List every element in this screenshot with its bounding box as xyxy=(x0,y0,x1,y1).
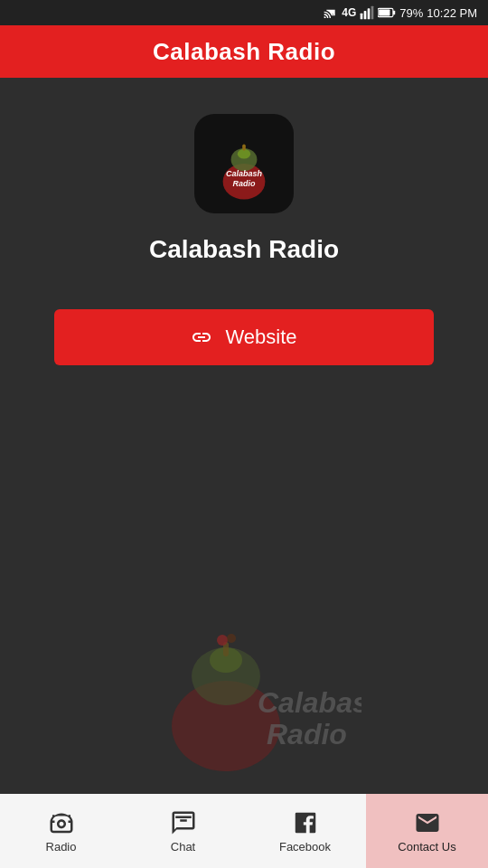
nav-contact-us-label: Contact Us xyxy=(398,840,455,854)
app-icon: Calabash Radio xyxy=(194,114,294,213)
website-button-label: Website xyxy=(225,326,296,349)
battery-percent: 79% xyxy=(399,6,423,20)
nav-chat-label: Chat xyxy=(171,840,195,854)
watermark-logo: Calabash Radio xyxy=(127,595,361,776)
link-icon xyxy=(191,326,212,348)
website-button[interactable]: Website xyxy=(54,309,434,365)
nav-item-facebook[interactable]: Facebook xyxy=(244,794,366,868)
svg-rect-5 xyxy=(379,10,389,16)
svg-rect-3 xyxy=(371,6,374,20)
nav-radio-label: Radio xyxy=(46,840,77,854)
nav-item-radio[interactable]: Radio xyxy=(0,794,122,868)
svg-text:Radio: Radio xyxy=(267,718,347,750)
svg-rect-2 xyxy=(368,8,371,19)
status-icons: 4G 79% 10:22 PM xyxy=(324,5,477,20)
radio-icon xyxy=(48,809,75,836)
facebook-icon xyxy=(292,809,319,836)
svg-point-18 xyxy=(227,634,236,643)
main-content: Calabash Radio Calabash Radio Website Ca… xyxy=(0,78,488,794)
svg-text:Calabash: Calabash xyxy=(226,169,263,178)
app-name-label: Calabash Radio xyxy=(149,235,339,264)
svg-rect-6 xyxy=(393,11,395,15)
nav-item-chat[interactable]: Chat xyxy=(122,794,244,868)
bottom-navigation: Radio Chat Facebook Contact Us xyxy=(0,794,488,868)
network-signal: 4G xyxy=(342,6,356,19)
nav-item-contact-us[interactable]: Contact Us xyxy=(366,794,488,868)
app-icon-svg: Calabash Radio xyxy=(203,123,285,204)
svg-rect-1 xyxy=(364,11,367,19)
time-display: 10:22 PM xyxy=(427,6,477,20)
svg-rect-0 xyxy=(361,14,363,20)
nav-facebook-label: Facebook xyxy=(279,840,331,854)
mail-icon xyxy=(414,809,441,836)
header-title: Calabash Radio xyxy=(153,38,335,66)
status-bar: 4G 79% 10:22 PM xyxy=(0,0,488,25)
signal-bars-icon xyxy=(360,5,374,20)
svg-point-17 xyxy=(217,635,228,646)
battery-icon xyxy=(378,6,396,19)
app-header: Calabash Radio xyxy=(0,25,488,78)
cast-icon xyxy=(324,5,338,20)
svg-text:Calabash: Calabash xyxy=(258,686,361,719)
svg-text:Radio: Radio xyxy=(232,179,256,188)
svg-rect-10 xyxy=(242,144,246,150)
chat-icon xyxy=(170,809,197,836)
